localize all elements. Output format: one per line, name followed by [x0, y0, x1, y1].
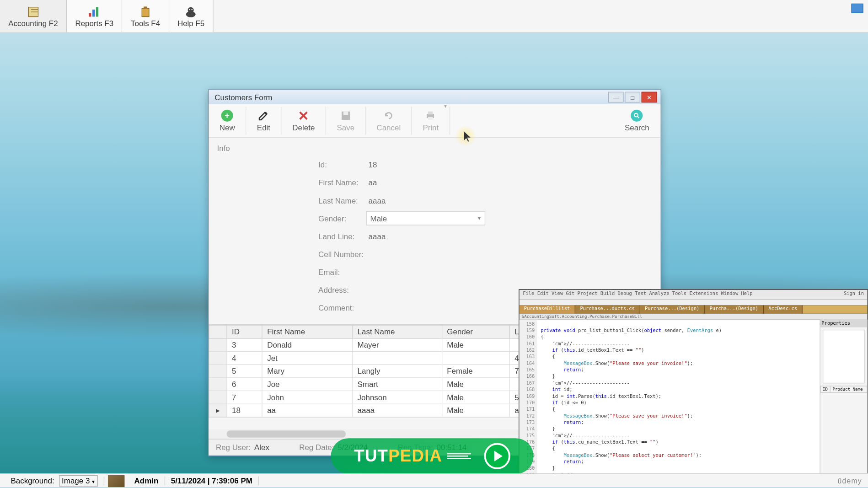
- help-icon: [184, 5, 198, 17]
- svg-line-18: [638, 116, 639, 118]
- reg-user-label: Reg User:: [216, 443, 251, 452]
- save-icon: [339, 109, 353, 123]
- window-title: Customers Form: [212, 93, 608, 102]
- search-icon: [631, 110, 643, 122]
- properties-panel[interactable]: Properties IDProduct Name: [820, 320, 867, 483]
- svg-rect-4: [92, 9, 95, 16]
- save-button[interactable]: Save: [326, 107, 366, 134]
- svg-point-9: [188, 7, 194, 13]
- land-line-value: aaaa: [366, 231, 386, 241]
- address-label: Address:: [318, 285, 366, 295]
- svg-rect-5: [96, 7, 98, 16]
- admin-label: Admin: [129, 477, 165, 486]
- print-button[interactable]: Print ▾: [412, 107, 450, 134]
- maximize-button[interactable]: □: [625, 92, 640, 102]
- svg-rect-6: [142, 8, 149, 16]
- reg-date-label: Reg Date:: [299, 443, 334, 452]
- main-toolbar: Accounting F2 Reports F3 Tools F4 Help F…: [0, 0, 868, 33]
- user-avatar[interactable]: [108, 475, 125, 487]
- tutpedia-watermark: TUTPEDIA: [331, 438, 533, 474]
- toolbar-tools[interactable]: Tools F4: [123, 0, 169, 32]
- search-button[interactable]: Search: [614, 107, 660, 134]
- id-value: 18: [366, 160, 377, 169]
- print-dropdown-arrow[interactable]: ▾: [444, 103, 447, 109]
- datetime-display: 5/11/2024 | 7:39:06 PM: [165, 477, 259, 486]
- svg-rect-3: [89, 13, 91, 16]
- app-status-bar: Background: Image 3 ▾ Admin 5/11/2024 | …: [0, 473, 868, 488]
- gender-dropdown[interactable]: Male ▾: [366, 211, 485, 225]
- cancel-button[interactable]: Cancel: [366, 107, 412, 134]
- code-tab[interactable]: AccDesc.cs: [764, 305, 803, 313]
- svg-rect-13: [343, 112, 348, 115]
- signin-link[interactable]: Sign in: [844, 291, 864, 298]
- svg-rect-7: [144, 6, 147, 9]
- comment-label: Comment:: [318, 303, 366, 312]
- code-content[interactable]: private void pro_list_button1_Click(obje…: [537, 320, 820, 483]
- land-line-label: Land Line:: [318, 231, 366, 241]
- mouse-cursor: [464, 131, 473, 145]
- toolbar-help[interactable]: Help F5: [169, 0, 214, 32]
- udemy-logo: ûdemy: [838, 477, 862, 485]
- id-label: Id:: [318, 160, 366, 169]
- minimize-button[interactable]: —: [608, 92, 624, 102]
- reg-user-value: Alex: [254, 443, 269, 452]
- play-icon[interactable]: [484, 443, 510, 469]
- svg-point-10: [189, 9, 191, 10]
- last-name-value: aaaa: [366, 196, 386, 205]
- svg-rect-15: [429, 112, 433, 115]
- code-tab[interactable]: Purcha...(Design): [705, 305, 764, 313]
- svg-point-11: [192, 9, 193, 10]
- chevron-down-icon: ▾: [478, 215, 481, 221]
- edit-icon: [257, 109, 270, 123]
- background-selector[interactable]: Background: Image 3 ▾: [5, 477, 104, 486]
- last-name-label: Last Name:: [318, 196, 366, 205]
- plus-icon: +: [221, 110, 233, 122]
- close-button[interactable]: ✕: [642, 92, 657, 102]
- edit-button[interactable]: Edit: [246, 107, 281, 134]
- delete-icon: [297, 109, 310, 123]
- vs-tabs: PurchaseBillListPurchase...ducts.csPurch…: [519, 305, 867, 313]
- first-name-label: First Name:: [318, 178, 366, 187]
- col-id[interactable]: ID: [227, 325, 262, 338]
- gender-label: Gender:: [318, 214, 366, 223]
- accounting-icon: [26, 5, 40, 17]
- col-last-name[interactable]: Last Name: [352, 325, 442, 338]
- vs-menubar[interactable]: File Edit View Git Project Build Debug T…: [519, 290, 867, 300]
- window-titlebar[interactable]: Customers Form — □ ✕: [209, 90, 660, 104]
- tools-icon: [138, 5, 152, 17]
- visual-studio-window[interactable]: File Edit View Git Project Build Debug T…: [519, 289, 868, 483]
- undo-icon: [382, 109, 395, 123]
- toolbar-reports[interactable]: Reports F3: [67, 0, 123, 32]
- window-restore-icon[interactable]: [852, 4, 863, 13]
- new-button[interactable]: + New: [209, 107, 246, 134]
- print-icon: [424, 109, 437, 123]
- email-label: Email:: [318, 268, 366, 277]
- background-dropdown[interactable]: Image 3 ▾: [59, 475, 98, 487]
- col-first-name[interactable]: First Name: [262, 325, 352, 338]
- form-toolbar: + New Edit Delete Save Cancel Print ▾ Se…: [209, 104, 660, 138]
- first-name-value: aa: [366, 178, 377, 187]
- info-header: Info: [217, 144, 653, 153]
- reports-icon: [87, 5, 102, 17]
- code-tab[interactable]: Purchase...(Design): [640, 305, 705, 313]
- vs-toolbar[interactable]: [519, 299, 867, 305]
- chevron-down-icon: ▾: [92, 479, 95, 485]
- code-tab[interactable]: Purchase...ducts.cs: [575, 305, 640, 313]
- breadcrumb[interactable]: SAccountingSoft.Accounting.Purchase.Purc…: [519, 314, 867, 320]
- col-gender[interactable]: Gender: [442, 325, 509, 338]
- code-tab[interactable]: PurchaseBillList: [519, 305, 575, 313]
- cell-number-label: Cell Number:: [318, 250, 366, 259]
- toolbar-accounting[interactable]: Accounting F2: [0, 0, 67, 32]
- delete-button[interactable]: Delete: [282, 107, 326, 134]
- svg-rect-16: [429, 117, 433, 120]
- scrollbar-thumb[interactable]: [226, 430, 346, 438]
